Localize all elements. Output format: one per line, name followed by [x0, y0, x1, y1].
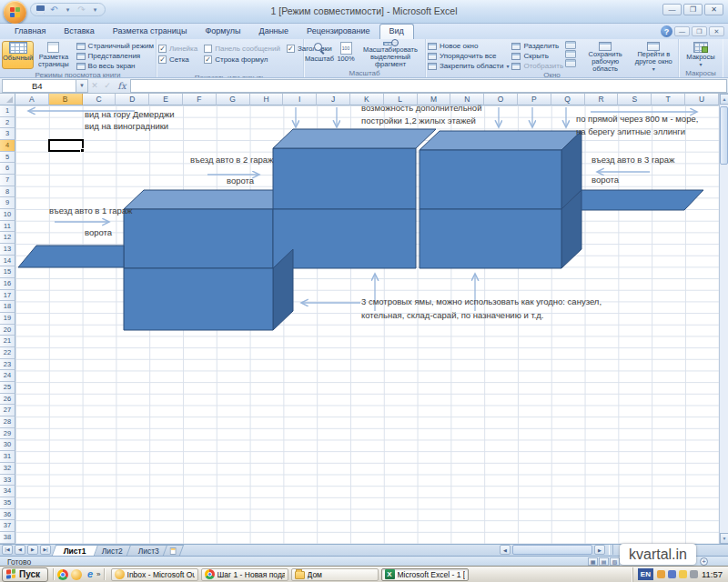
- row-header[interactable]: 34: [0, 486, 15, 497]
- chrome-icon[interactable]: [57, 569, 68, 580]
- window-item[interactable]: Скрыть: [511, 51, 562, 61]
- column-header[interactable]: I: [283, 94, 317, 105]
- row-header[interactable]: 3: [0, 128, 15, 140]
- zoom-to-selection-button[interactable]: Масштабировать выделенный фрагмент: [359, 41, 422, 69]
- workbook-minimize-button[interactable]: —: [674, 26, 690, 36]
- vertical-scroll-thumb[interactable]: [720, 106, 728, 165]
- macros-button[interactable]: Макросы ▾: [681, 41, 721, 69]
- page-layout-shortcut-icon[interactable]: ▤: [599, 557, 609, 566]
- column-header[interactable]: P: [518, 94, 551, 105]
- ribbon-tab[interactable]: Рецензирование: [298, 24, 379, 39]
- row-header[interactable]: 21: [0, 336, 15, 347]
- taskbar-button[interactable]: Microsoft Excel - 1 [Р...: [381, 568, 469, 581]
- undo-dropdown-icon[interactable]: ▾: [62, 5, 74, 15]
- row-header[interactable]: 31: [0, 451, 15, 463]
- row-header[interactable]: 13: [0, 244, 15, 256]
- taskbar-button[interactable]: Шаг 1 - Новая подача о...: [201, 568, 288, 581]
- row-header[interactable]: 35: [0, 497, 15, 509]
- row-header[interactable]: 25: [0, 382, 15, 394]
- ribbon-checkbox[interactable]: ✓Сетка: [158, 54, 197, 65]
- row-header[interactable]: 12: [0, 232, 15, 244]
- column-header[interactable]: G: [217, 94, 250, 105]
- column-header[interactable]: B: [49, 94, 83, 105]
- column-header[interactable]: J: [317, 94, 350, 105]
- window-item[interactable]: Упорядочить все: [428, 51, 509, 61]
- taskbar-button[interactable]: Inbox - Microsoft Outlook: [111, 568, 198, 581]
- row-header[interactable]: 2: [0, 117, 15, 129]
- reset-window-position-icon[interactable]: [565, 59, 576, 67]
- view-side-by-side-icon[interactable]: [565, 41, 576, 49]
- formula-input[interactable]: [130, 79, 727, 93]
- tray-network-icon[interactable]: [668, 570, 676, 578]
- save-workspace-button[interactable]: Сохранить рабочую область: [580, 41, 632, 69]
- outlook-icon[interactable]: [71, 569, 82, 580]
- column-header[interactable]: F: [183, 94, 217, 105]
- column-header[interactable]: L: [384, 94, 418, 105]
- zoom-in-button[interactable]: +: [700, 557, 708, 566]
- restore-button[interactable]: ❐: [683, 4, 703, 15]
- row-header[interactable]: 22: [0, 347, 15, 359]
- close-button[interactable]: ✕: [704, 4, 723, 15]
- help-icon[interactable]: ?: [661, 25, 672, 37]
- row-header[interactable]: 16: [0, 278, 15, 290]
- row-header[interactable]: 14: [0, 256, 15, 267]
- column-header[interactable]: H: [250, 94, 284, 105]
- row-header[interactable]: 7: [0, 175, 15, 186]
- full-screen-button[interactable]: Во весь экран: [76, 61, 154, 71]
- row-header[interactable]: 28: [0, 416, 15, 428]
- normal-view-button[interactable]: Обычный: [2, 41, 34, 69]
- workbook-restore-button[interactable]: ❐: [692, 26, 707, 36]
- column-header[interactable]: N: [450, 94, 484, 105]
- ribbon-checkbox[interactable]: Панель сообщений: [204, 43, 280, 54]
- row-header[interactable]: 11: [0, 221, 15, 233]
- column-header[interactable]: A: [15, 94, 49, 105]
- row-header[interactable]: 9: [0, 197, 15, 209]
- column-header[interactable]: K: [350, 94, 384, 105]
- horizontal-scroll-thumb[interactable]: [512, 545, 592, 555]
- window-item[interactable]: Отобразить: [511, 61, 562, 71]
- zoom-button[interactable]: Масштаб: [306, 41, 333, 69]
- insert-sheet-tab[interactable]: [163, 545, 184, 556]
- row-header[interactable]: 19: [0, 313, 15, 325]
- ribbon-tab[interactable]: Формулы: [196, 24, 249, 39]
- custom-views-button[interactable]: Представления: [76, 51, 154, 61]
- switch-windows-button[interactable]: Перейти в другое окно ▾: [632, 41, 676, 69]
- row-header[interactable]: 1: [0, 105, 15, 117]
- row-header[interactable]: 24: [0, 370, 15, 382]
- row-header[interactable]: 8: [0, 186, 15, 198]
- row-header[interactable]: 10: [0, 209, 15, 221]
- tray-update-icon[interactable]: [657, 570, 665, 578]
- scroll-down-icon[interactable]: ▼: [720, 533, 728, 544]
- row-header[interactable]: 27: [0, 405, 15, 416]
- zoom-100-button[interactable]: 100 100%: [333, 41, 359, 69]
- column-header[interactable]: M: [418, 94, 451, 105]
- page-layout-view-button[interactable]: Разметка страницы: [34, 41, 73, 69]
- name-box-dropdown-icon[interactable]: ▼: [76, 79, 88, 93]
- normal-view-shortcut-icon[interactable]: ▦: [588, 557, 598, 566]
- synchronous-scrolling-icon[interactable]: [565, 50, 576, 58]
- row-header[interactable]: 37: [0, 520, 15, 532]
- page-break-shortcut-icon[interactable]: ▧: [610, 557, 620, 566]
- ribbon-tab[interactable]: Данные: [250, 24, 298, 39]
- tray-messenger-icon[interactable]: [679, 570, 687, 578]
- column-header[interactable]: U: [685, 94, 719, 105]
- column-header[interactable]: O: [484, 94, 518, 105]
- taskbar-button[interactable]: Дом: [291, 568, 379, 581]
- scroll-right-icon[interactable]: ▶: [594, 545, 605, 555]
- row-header[interactable]: 36: [0, 509, 15, 521]
- tab-split-handle[interactable]: [609, 545, 613, 555]
- workbook-close-button[interactable]: ✕: [709, 26, 724, 36]
- row-header[interactable]: 33: [0, 475, 15, 487]
- row-header[interactable]: 30: [0, 439, 15, 451]
- row-header[interactable]: 4: [0, 140, 15, 152]
- column-header[interactable]: T: [652, 94, 685, 105]
- first-sheet-icon[interactable]: |◀: [2, 545, 13, 555]
- vertical-scrollbar[interactable]: ▲ ▼: [719, 94, 728, 544]
- active-cell-selection[interactable]: [48, 139, 84, 152]
- scroll-left-icon[interactable]: ◀: [500, 545, 511, 555]
- last-sheet-icon[interactable]: ▶|: [40, 545, 51, 555]
- column-header[interactable]: S: [618, 94, 652, 105]
- quick-launch-more-icon[interactable]: »: [96, 570, 100, 578]
- scroll-up-icon[interactable]: ▲: [720, 94, 728, 105]
- row-header[interactable]: 23: [0, 359, 15, 371]
